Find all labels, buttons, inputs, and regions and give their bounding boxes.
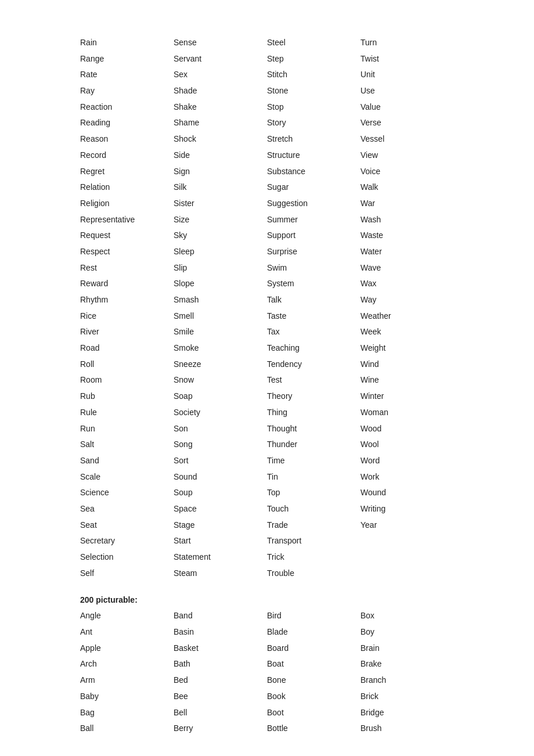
list-item: Steel	[267, 35, 360, 51]
list-item: Thunder	[267, 437, 360, 453]
list-item	[80, 581, 174, 585]
list-item: Rest	[80, 260, 174, 276]
list-item: Teaching	[267, 340, 360, 357]
list-item: Boot	[267, 705, 360, 721]
list-item: Silk	[174, 179, 267, 196]
list-item: Sound	[174, 469, 267, 485]
list-item: Shame	[174, 115, 267, 131]
list-item: Sea	[80, 501, 174, 517]
list-item	[360, 581, 454, 585]
list-item: Ball	[80, 721, 174, 737]
list-item: Wool	[360, 437, 454, 453]
list-item: Regret	[80, 164, 174, 180]
list-item: Apple	[80, 640, 174, 657]
list-item: Angle	[80, 608, 174, 624]
list-item: Test	[267, 372, 360, 388]
list-item: Week	[360, 324, 454, 340]
list-item: Record	[80, 147, 174, 164]
list-item: Smile	[174, 324, 267, 340]
list-item: Theory	[267, 388, 360, 405]
list-item: Sky	[174, 228, 267, 244]
list-item: Slope	[174, 276, 267, 292]
list-item: Branch	[360, 672, 454, 689]
list-item: Stitch	[267, 67, 360, 83]
list-item: War	[360, 196, 454, 212]
list-item: Talk	[267, 292, 360, 308]
list-item: Sand	[80, 453, 174, 469]
list-item: Smash	[174, 292, 267, 308]
list-item: Steam	[174, 566, 267, 582]
list-item: Thing	[267, 405, 360, 421]
list-item: Smoke	[174, 340, 267, 357]
list-item: Bath	[174, 656, 267, 672]
list-item: Brain	[360, 640, 454, 657]
list-item	[360, 533, 454, 549]
list-item: Wash	[360, 212, 454, 228]
list-item: Self	[80, 566, 174, 582]
list-item: Sex	[174, 67, 267, 83]
list-item: Value	[360, 99, 454, 116]
list-item: Selection	[80, 549, 174, 566]
list-item: Sugar	[267, 179, 360, 196]
list-item: Basket	[174, 640, 267, 657]
list-item: Reaction	[80, 99, 174, 116]
list-item: Vessel	[360, 131, 454, 147]
list-item: Bee	[174, 689, 267, 705]
list-item: Size	[174, 212, 267, 228]
list-item: Turn	[360, 35, 454, 51]
list-item: Basin	[174, 624, 267, 640]
list-item: Shock	[174, 131, 267, 147]
list-item: Winter	[360, 388, 454, 405]
list-item: Rice	[80, 308, 174, 325]
picturable-grid: AngleBandBirdBoxAntBasinBladeBoyAppleBas…	[80, 608, 454, 737]
section-header: 200 picturable:	[80, 595, 454, 604]
list-item: View	[360, 147, 454, 164]
list-item: Transport	[267, 533, 360, 549]
list-item: Touch	[267, 501, 360, 517]
list-item: Waste	[360, 228, 454, 244]
list-item: Scale	[80, 469, 174, 485]
list-item: Respect	[80, 244, 174, 260]
list-item: Weight	[360, 340, 454, 357]
list-item: Reading	[80, 115, 174, 131]
list-item	[360, 549, 454, 566]
list-item: Voice	[360, 164, 454, 180]
list-item: Boat	[267, 656, 360, 672]
list-item: Society	[174, 405, 267, 421]
list-item: Bottle	[267, 721, 360, 737]
list-item: Writing	[360, 501, 454, 517]
list-item: Run	[80, 421, 174, 437]
list-item: Swim	[267, 260, 360, 276]
list-item: Sort	[174, 453, 267, 469]
list-item: Twist	[360, 51, 454, 67]
list-item: Space	[174, 501, 267, 517]
list-item: Snow	[174, 372, 267, 388]
list-item: Band	[174, 608, 267, 624]
list-item: Wax	[360, 276, 454, 292]
list-item: River	[80, 324, 174, 340]
list-item: Time	[267, 453, 360, 469]
list-item: Water	[360, 244, 454, 260]
list-item: Book	[267, 689, 360, 705]
list-item: Rhythm	[80, 292, 174, 308]
list-item: Wave	[360, 260, 454, 276]
main-content: RainSenseSteelTurnRangeServantStepTwistR…	[80, 35, 454, 737]
list-item: Summer	[267, 212, 360, 228]
list-item: Seat	[80, 517, 174, 534]
list-item: Bell	[174, 705, 267, 721]
list-item: Suggestion	[267, 196, 360, 212]
list-item: Structure	[267, 147, 360, 164]
list-item: Surprise	[267, 244, 360, 260]
list-item: Sense	[174, 35, 267, 51]
list-item: Wind	[360, 357, 454, 373]
list-item: Board	[267, 640, 360, 657]
list-item: Stage	[174, 517, 267, 534]
list-item: Word	[360, 453, 454, 469]
list-item: Sign	[174, 164, 267, 180]
list-item: Roll	[80, 357, 174, 373]
list-item: Statement	[174, 549, 267, 566]
list-item: Woman	[360, 405, 454, 421]
list-item: Representative	[80, 212, 174, 228]
list-item: Sleep	[174, 244, 267, 260]
list-item: Religion	[80, 196, 174, 212]
